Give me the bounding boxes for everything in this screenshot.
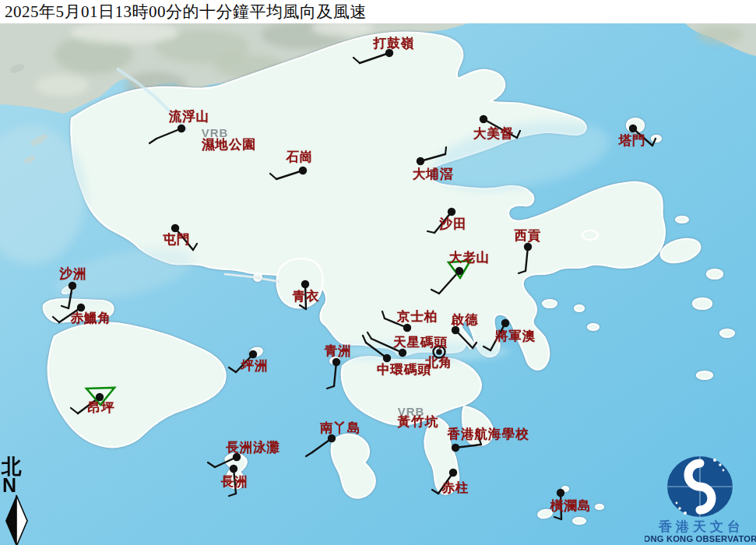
north-compass: 北 N bbox=[2, 456, 36, 545]
wind-map-canvas: 打鼓嶺流浮山VRB濕地公園石崗大美督塔門大埔滘沙田西貢大老山屯門沙洲赤鱲角青衣京… bbox=[0, 0, 756, 545]
map-title: 2025年5月01日13時00分的十分鐘平均風向及風速 bbox=[0, 1, 367, 23]
title-bar: 2025年5月01日13時00分的十分鐘平均風向及風速 bbox=[0, 0, 756, 23]
north-arrow-icon bbox=[2, 494, 33, 545]
north-letter-label: N bbox=[2, 476, 36, 494]
hong-kong-map bbox=[0, 0, 756, 545]
hko-logo-cn: 香港天文台 bbox=[658, 519, 744, 534]
hko-logo: 香港天文台 HONG KONG OBSERVATORY bbox=[645, 450, 756, 545]
hko-logo-icon: 香港天文台 HONG KONG OBSERVATORY bbox=[645, 450, 756, 545]
hko-logo-en: HONG KONG OBSERVATORY bbox=[645, 534, 756, 543]
